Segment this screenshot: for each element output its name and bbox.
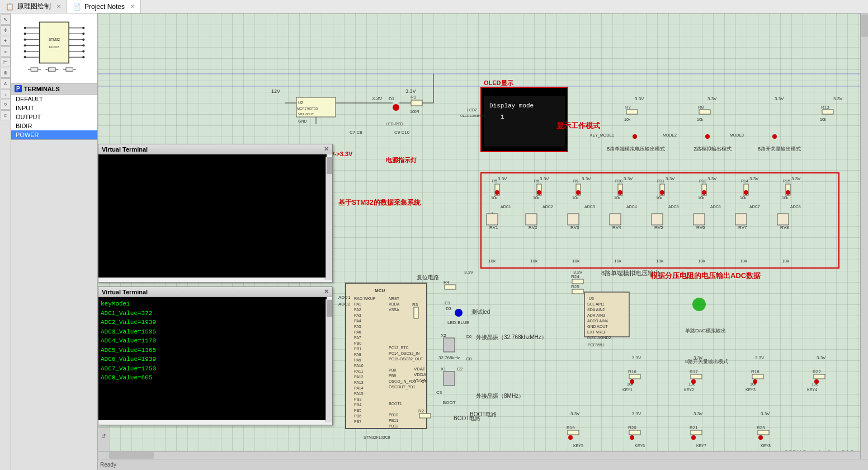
svg-text:RV4: RV4 [612, 225, 621, 230]
svg-text:PB7: PB7 [354, 420, 361, 424]
terminals-section: P TERMINALS DEFAULT INPUT OUTPUT BIDIR P… [11, 83, 97, 140]
svg-rect-95 [487, 214, 498, 225]
svg-point-123 [660, 190, 664, 195]
svg-text:D1: D1 [389, 96, 395, 101]
vt1-header[interactable]: Virtual Terminal ✕ [98, 144, 332, 154]
adc-data-label: 根据分压电阻的电压输出ADC数据 [650, 271, 761, 281]
svg-text:PA10: PA10 [354, 364, 364, 368]
terminal-input[interactable]: INPUT [11, 104, 97, 112]
vt2-close[interactable]: ✕ [324, 288, 329, 295]
svg-text:R2: R2 [418, 408, 424, 413]
svg-text:R5: R5 [492, 179, 497, 183]
svg-text:3.3V: 3.3V [405, 88, 416, 94]
tab-notes-close[interactable]: ✕ [130, 3, 135, 10]
svg-rect-206 [444, 372, 455, 386]
vt2-line-5: ADC4_Value=1170 [101, 336, 324, 346]
svg-point-249 [691, 379, 696, 384]
svg-text:GND: GND [298, 119, 307, 123]
tab-schematic-close[interactable]: ✕ [56, 3, 61, 10]
horizontal-scrollbar[interactable] [98, 451, 860, 459]
svg-rect-229 [572, 289, 583, 294]
svg-text:KEY5: KEY5 [573, 444, 583, 448]
power-indicator-label: 电源指示灯 [386, 156, 417, 164]
svg-point-19 [82, 26, 84, 29]
svg-text:3.3V: 3.3V [666, 176, 675, 181]
select-tool[interactable]: ↖ [1, 15, 11, 25]
svg-text:R10: R10 [615, 179, 622, 183]
vt2-header[interactable]: Virtual Terminal ✕ [98, 287, 332, 297]
terminal-power[interactable]: POWER [11, 130, 97, 139]
svg-point-122 [618, 190, 622, 195]
bus-tool[interactable]: ≡ [1, 46, 11, 57]
vt1-content [98, 154, 327, 278]
svg-text:R7: R7 [625, 105, 631, 110]
terminal-output[interactable]: OUTPUT [11, 112, 97, 121]
svg-text:10k: 10k [491, 196, 498, 200]
svg-text:VBAT: VBAT [414, 366, 425, 372]
svg-text:R9: R9 [573, 179, 578, 183]
vt2-line-1: keyMode1 [101, 299, 324, 309]
main-layout: ↖ ✛ + ≡ ⊢ ⊕ A ⏚ ↻ C [0, 13, 868, 470]
svg-text:KEY2: KEY2 [684, 388, 694, 392]
svg-text:R16: R16 [628, 369, 636, 374]
canvas-area[interactable]: 12V 3.3V 3.3V U2 MCP1703T33 VIN VOUT GND… [98, 13, 868, 470]
vertical-scrollbar[interactable] [860, 13, 868, 459]
svg-text:C8: C8 [466, 356, 472, 361]
svg-text:GND  AOUT: GND AOUT [587, 325, 608, 328]
svg-text:PA4: PA4 [354, 319, 361, 323]
svg-text:3.3V: 3.3V [624, 176, 633, 181]
junction-tool[interactable]: ⊕ [1, 68, 11, 78]
svg-text:3.3V: 3.3V [372, 96, 383, 101]
wire-tool[interactable]: ⊢ [1, 57, 11, 67]
move-tool[interactable]: ✛ [1, 25, 11, 35]
vt1-scrollbar[interactable] [326, 157, 332, 280]
svg-text:KEY3: KEY3 [746, 388, 756, 392]
v-scroll-thumb[interactable] [861, 15, 868, 37]
script-tool[interactable]: C [1, 110, 11, 120]
svg-rect-258 [629, 430, 640, 435]
vt2-line-8: ADC7_Value=1750 [101, 364, 324, 374]
svg-text:PB8: PB8 [389, 368, 396, 372]
svg-text:KEY4: KEY4 [807, 388, 817, 392]
svg-text:PC13_RTC: PC13_RTC [389, 346, 409, 350]
svg-text:OSCO_IN_PD0: OSCO_IN_PD0 [389, 379, 416, 384]
svg-text:8路单端模拟电压输出模式: 8路单端模拟电压输出模式 [607, 146, 665, 152]
vt2-line-2: ADC1_Value=372 [101, 309, 324, 318]
svg-rect-110 [777, 214, 789, 225]
vt2-scroll-thumb[interactable] [327, 300, 332, 317]
svg-rect-102 [610, 214, 621, 225]
vt1-close[interactable]: ✕ [324, 145, 329, 153]
tab-schematic[interactable]: 📋 原理图绘制 ✕ [0, 0, 67, 13]
svg-point-266 [691, 435, 696, 440]
rotate-ccw-icon[interactable]: ↺ [101, 433, 106, 439]
svg-point-148 [633, 134, 637, 139]
tab-project-notes[interactable]: 📄 Project Notes ✕ [67, 0, 141, 13]
svg-text:PA8: PA8 [354, 352, 361, 356]
svg-text:10k: 10k [740, 258, 748, 264]
svg-text:8路开关量输出模式: 8路开关量输出模式 [685, 359, 728, 364]
svg-text:ADC7: ADC7 [749, 205, 760, 209]
label-tool[interactable]: A [1, 78, 11, 88]
svg-point-248 [630, 379, 634, 384]
vt1-title: Virtual Terminal [102, 146, 148, 153]
svg-text:1: 1 [501, 114, 504, 120]
vt-panel-2: Virtual Terminal ✕ keyMode1 ADC1_Value=3… [98, 286, 333, 425]
svg-point-250 [753, 379, 757, 384]
vt1-scroll-thumb[interactable] [327, 157, 332, 174]
svg-text:C6: C6 [466, 334, 472, 339]
terminal-default[interactable]: DEFAULT [11, 95, 97, 104]
svg-point-225 [692, 298, 706, 311]
svg-text:ADC8: ADC8 [790, 205, 801, 209]
terminal-bidir[interactable]: BIDIR [11, 121, 97, 130]
vt2-scrollbar[interactable] [326, 299, 332, 422]
svg-text:3.3V: 3.3V [573, 270, 583, 275]
rotate-tool[interactable]: ↻ [1, 100, 11, 110]
h-scroll-thumb[interactable] [109, 452, 154, 459]
svg-text:Display mode: Display mode [489, 102, 534, 109]
svg-text:X2: X2 [441, 333, 446, 338]
svg-text:3.3V: 3.3V [464, 270, 474, 275]
power-tool[interactable]: ⏚ [1, 89, 11, 99]
zoom-in-tool[interactable]: + [1, 36, 11, 46]
svg-rect-145 [822, 110, 833, 114]
svg-text:PB6: PB6 [354, 414, 361, 418]
